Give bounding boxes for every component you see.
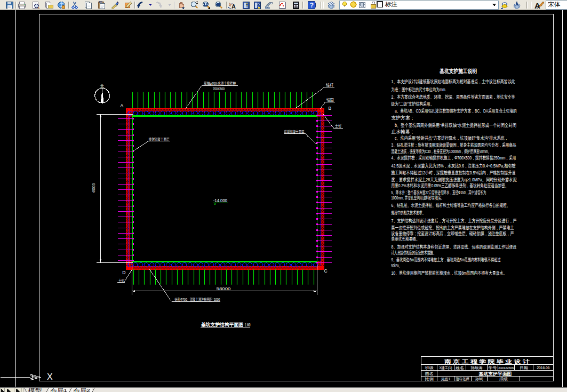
svg-text:布局1: 布局1 <box>50 388 67 392</box>
svg-text:7、支护结构达到设计强度后，方可开挖土方。土方开挖应分层分区: 7、支护结构达到设计强度后，方可开挖土方。土方开挖应分层分区进行，严 <box>392 218 517 223</box>
svg-text:40000: 40000 <box>91 183 96 193</box>
svg-text:喷射混凝土面层: 喷射混凝土面层 <box>284 130 305 134</box>
svg-text:?: ? <box>310 2 314 9</box>
svg-text:50kPa。: 50kPa。 <box>392 263 402 268</box>
svg-text:禁基坑长期暴晒。: 禁基坑长期暴晒。 <box>392 236 420 242</box>
svg-text:6、钻孔桩、水泥土搅拌桩、锚杆和土钉墙等施工均应严格执行各自: 6、钻孔桩、水泥土搅拌桩、锚杆和土钉墙等施工均应严格执行各自的规程、 <box>392 203 510 208</box>
svg-text:2、本方案综合考虑地质、环境、挖深、周围条件等诸方面因素，基: 2、本方案综合考虑地质、环境、挖深、周围条件等诸方面因素，基坑安全等 <box>392 94 515 100</box>
svg-text:喷射混凝土面层: 喷射混凝土面层 <box>149 137 170 142</box>
svg-text:班级: 班级 <box>425 366 434 370</box>
svg-text:南 京 工 程 学 院 毕 业 设 计: 南 京 工 程 学 院 毕 业 设 计 <box>444 358 530 364</box>
svg-text:C: C <box>324 268 328 274</box>
svg-text:见图1: 见图1 <box>441 377 451 381</box>
svg-text:1、本支护设计以建筑基坑原始地面标高为相对基准点，土中设注标: 1、本支护设计以建筑基坑原始地面标高为相对基准点，土中设注标高皆以此 <box>392 79 516 84</box>
svg-text:宋体: 宋体 <box>548 1 561 7</box>
svg-text:A: A <box>121 103 124 108</box>
svg-text:支护方案；: 支护方案； <box>392 115 415 121</box>
svg-text:孙斌: 孙斌 <box>475 377 483 381</box>
svg-text:比例: 比例 <box>425 377 434 381</box>
svg-text:D: D <box>122 270 125 275</box>
svg-text:成绩: 成绩 <box>499 377 508 381</box>
svg-text:模型: 模型 <box>28 388 42 392</box>
svg-text:1000mm. 井管孔壁间用滤料砂皆填实。: 1000mm. 井管孔壁间用滤料砂皆填实。 <box>392 195 444 201</box>
svg-text:规程中的相关技术要求。: 规程中的相关技术要求。 <box>392 210 426 215</box>
svg-text:5、降水井：整个基坑布置27口管井进行降水，直径Φ150，其: 5、降水井：整个基坑布置27口管井进行降水，直径Φ150，其中滤管长为 <box>392 190 486 195</box>
svg-text:42.5级水泥，水泥掺入比为15%，水灰比0.6，注浆压力0: 42.5级水泥，水泥掺入比为15%，水灰比0.6，注浆压力0.4~0.5MPa,… <box>392 163 516 169</box>
svg-text:8、加强对支护结构本身和邻近房屋、道路管线、位移的观测监测工: 8、加强对支护结构本身和邻近房屋、道路管线、位移的观测监测工作以便设 <box>392 244 517 250</box>
svg-text:1:M0: 1:M0 <box>245 322 251 327</box>
svg-text:日期: 日期 <box>520 366 528 370</box>
svg-text:基坑支护平面图: 基坑支护平面图 <box>478 371 512 377</box>
svg-text:基坑支护结构平面图: 基坑支护结构平面图 <box>201 322 243 327</box>
svg-text:c、坑内采用"喷射井点"方案进行降水，坑顶做好"集水沟"排水: c、坑内采用"喷射井点"方案进行降水，坑顶做好"集水沟"排水系统， <box>395 135 508 141</box>
svg-text:止水帷幕；: 止水帷幕； <box>392 129 415 134</box>
svg-text:4、水泥搅拌桩：采用双轴搅拌机施工，Φ700X500，搅拌桩: 4、水泥搅拌桩：采用双轴搅拌机施工，Φ700X500，搅拌桩搭接250mm，采用 <box>392 155 516 161</box>
svg-text:a、基坑AB、CD采用钻孔灌注桩加锚杆支护方案，BC、DA采: a、基坑AB、CD采用钻孔灌注桩加锚杆支护方案，BC、DA采用复合土钉墙的 <box>395 108 517 114</box>
svg-text:b、整个基坑四周外侧采用"单排双轴"水泥土搅拌桩形成一个封闭: b、整个基坑四周外侧采用"单排双轴"水泥土搅拌桩形成一个封闭全封闭 <box>395 123 516 128</box>
svg-text:X: X <box>47 372 53 381</box>
svg-text:设备重物停靠；挖至设计标高后，立即铺垫层、砌砖胎膜，浇注垫底: 设备重物停靠；挖至设计标高后，立即铺垫层、砌砖胎膜，浇注垫底板，严 <box>391 231 514 236</box>
svg-text:度，要求搅拌水泥土28天无侧限抗压强度为q≥1.0MPa。同: 度，要求搅拌水泥土28天无侧限抗压强度为q≥1.0MPa。同时分别外掺水泥 <box>392 177 517 182</box>
svg-text:施工间歇不得超过12小时，深搅桩垂直度控制在0.5%以内，严: 施工间歇不得超过12小时，深搅桩垂直度控制在0.5%以内，严格控制提升速 <box>391 170 516 175</box>
svg-text:锚杆: 锚杆 <box>325 83 333 87</box>
svg-text:钻孔Φ700、混凝土灌注桩间距=1000: 钻孔Φ700、混凝土灌注桩间距=1000 <box>174 297 220 302</box>
svg-text:B: B <box>329 106 332 111</box>
svg-text:双轴φ700·水泥土搅拌桩: 双轴φ700·水泥土搅拌桩 <box>204 81 236 86</box>
svg-text:混凝土浇筑，强度等级为C30，桩身直径为1000mm，保护层: 混凝土浇筑，强度等级为C30，桩身直径为1000mm，保护层厚度50mm。 <box>391 148 491 154</box>
svg-text:58000: 58000 <box>217 286 231 291</box>
svg-text:土钉: 土钉 <box>335 124 341 129</box>
svg-text:240122306: 240122306 <box>498 366 514 370</box>
svg-text:A: A <box>231 3 236 10</box>
svg-text:指导老师: 指导老师 <box>455 377 469 381</box>
svg-text:图名: 图名 <box>425 372 434 376</box>
svg-text:标注: 标注 <box>385 1 397 7</box>
svg-text:孙顺涛: 孙顺涛 <box>470 366 482 370</box>
svg-text:布局2: 布局2 <box>73 388 90 392</box>
svg-text:禁一次性开挖到位或超挖。挖出的土方严禁堆放在支护结构外侧，严: 禁一次性开挖到位或超挖。挖出的土方严禁堆放在支护结构外侧，严禁堆土 <box>392 225 514 230</box>
svg-text:2016.06: 2016.06 <box>537 366 549 370</box>
svg-text:10、基坑使用期间严禁桩前长期浸水，坑顶8m范围内不得有大量: 10、基坑使用期间严禁桩前长期浸水，坑顶8m范围内不得有大量泼水。 <box>392 270 507 276</box>
svg-text:9、基坑周边6m范围内不得堆放土方，基坑周边5m范围内材料堆: 9、基坑周边6m范围内不得堆放土方，基坑周边5m范围内材料堆载不得超过 <box>392 257 501 262</box>
svg-text:基坑支护施工说明: 基坑支护施工说明 <box>439 68 477 74</box>
svg-text:北: 北 <box>100 84 104 89</box>
svg-text:学号: 学号 <box>489 366 497 370</box>
svg-text:为准；图中标注的尺寸单位均为mm.: 为准；图中标注的尺寸单位均为mm. <box>392 87 446 92</box>
svg-text:级为"二级"支护结构采用。: 级为"二级"支护结构采用。 <box>391 101 434 107</box>
svg-text:姓名: 姓名 <box>456 366 464 370</box>
svg-text:700X500: 700X500 <box>213 86 225 91</box>
svg-text:用量0.2%木钙和水泥用量0.05%三乙醇胺早强剂，基坑转角: 用量0.2%木钙和水泥用量0.05%三乙醇胺早强剂，基坑转角处应适当加密。 <box>392 183 509 188</box>
svg-text:-14.000: -14.000 <box>213 198 227 203</box>
svg-text:计人员提供相应的应急技术措施。: 计人员提供相应的应急技术措施。 <box>391 250 436 255</box>
svg-text:3、钻孔灌注桩：所有桩顶用现浇锁梁锁固，桩身主筋沿圆周均匀分: 3、钻孔灌注桩：所有桩顶用现浇锁梁锁固，桩身主筋沿圆周均匀分布，采用商品 <box>392 142 516 148</box>
svg-text:X建工(1): X建工(1) <box>440 366 452 370</box>
